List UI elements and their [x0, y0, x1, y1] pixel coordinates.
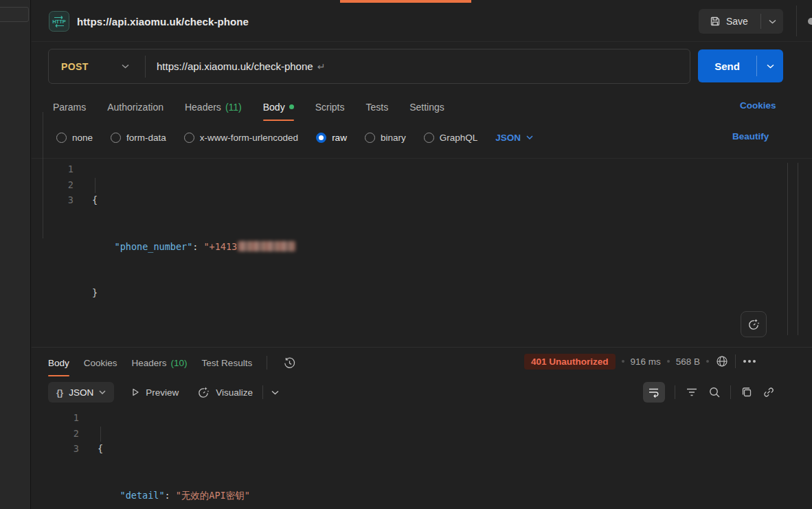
active-request-tab-indicator [340, 0, 471, 3]
tab-headers[interactable]: Headers (11) [185, 95, 242, 120]
body-mode-binary[interactable]: binary [365, 133, 406, 143]
divider [32, 347, 812, 348]
search-icon [708, 386, 721, 398]
postbot-button[interactable] [741, 311, 767, 337]
history-clock-icon [283, 357, 296, 370]
code-line: "phone_number":"+1413 [92, 239, 295, 255]
body-mode-row: none form-data x-www-form-urlencoded raw… [56, 129, 533, 146]
link-button[interactable] [763, 386, 775, 398]
body-mode-graphql[interactable]: GraphQL [424, 133, 478, 143]
response-format-selector[interactable]: {} JSON [48, 382, 114, 403]
divider [262, 385, 263, 399]
editor-scrollbar[interactable] [787, 163, 788, 335]
chevron-down-icon [99, 390, 106, 394]
divider [32, 41, 812, 42]
http-request-icon: HTTP [49, 11, 69, 32]
response-size[interactable]: 568 B [676, 357, 700, 367]
response-tab-test-results[interactable]: Test Results [202, 350, 253, 375]
response-right-toolbar [643, 382, 775, 403]
tab-tests[interactable]: Tests [365, 95, 388, 120]
tab-body[interactable]: Body [263, 95, 294, 120]
send-button-label: Send [698, 60, 756, 72]
tab-authorization[interactable]: Authorization [107, 95, 163, 120]
json-key: "detail" [120, 490, 165, 501]
globe-icon [715, 354, 729, 368]
preview-play-icon [131, 387, 140, 397]
tab-scripts[interactable]: Scripts [315, 95, 345, 120]
divider [675, 385, 675, 399]
link-icon [763, 386, 775, 398]
url-input[interactable]: https://api.xiaomu.uk/check-phone ↵ [146, 49, 690, 83]
code-line: { [92, 192, 295, 208]
request-tabs: Params Authorization Headers (11) Body S… [53, 95, 444, 120]
json-value: "无效的API密钥" [176, 490, 250, 501]
divider [32, 158, 812, 159]
method-selector[interactable]: POST [49, 49, 145, 83]
save-button[interactable]: Save [699, 9, 783, 34]
body-mode-raw[interactable]: raw [316, 133, 347, 143]
copy-icon [741, 386, 753, 398]
app-window: HTTP https://api.xiaomu.uk/check-phone S… [0, 0, 812, 509]
save-options-chevron-icon[interactable] [761, 9, 783, 34]
radio-selected-icon [316, 133, 326, 143]
response-tab-body[interactable]: Body [48, 350, 69, 375]
response-tab-cookies[interactable]: Cookies [84, 350, 117, 375]
radio-icon [184, 133, 194, 143]
divider [796, 5, 797, 36]
collapsed-sidebar-stub[interactable] [0, 7, 29, 22]
tab-settings[interactable]: Settings [409, 95, 444, 120]
body-modified-dot-icon [289, 104, 294, 109]
response-status-row: 401 Unauthorized 916 ms 568 B [524, 352, 756, 371]
status-code-badge[interactable]: 401 Unauthorized [524, 354, 616, 370]
body-mode-none[interactable]: none [56, 133, 93, 143]
body-mode-urlencoded[interactable]: x-www-form-urlencoded [184, 133, 298, 143]
response-view-options-chevron-icon[interactable] [271, 390, 279, 395]
chevron-down-icon [526, 135, 533, 139]
divider [735, 354, 736, 368]
wrap-text-button[interactable] [643, 382, 665, 403]
search-button[interactable] [708, 386, 721, 398]
json-value: "+1413 [203, 241, 237, 252]
radio-icon [424, 133, 434, 143]
code-line: { [98, 441, 250, 457]
body-language-selector[interactable]: JSON [495, 133, 533, 143]
request-title: https://api.xiaomu.uk/check-phone [77, 16, 249, 27]
panel-scrollbar[interactable] [43, 112, 43, 238]
divider [730, 385, 731, 399]
more-options-icon[interactable] [743, 360, 756, 363]
response-toolbar: {} JSON Preview Visualize [48, 382, 279, 403]
return-key-icon: ↵ [317, 61, 326, 72]
response-time[interactable]: 916 ms [631, 357, 661, 367]
network-info-button[interactable] [715, 354, 729, 368]
dot-separator [667, 360, 670, 363]
code-line: "detail":"无效的API密钥" [98, 488, 250, 504]
radio-icon [111, 133, 121, 143]
preview-button[interactable]: Preview [131, 387, 179, 398]
filter-button[interactable] [685, 387, 699, 398]
copy-button[interactable] [741, 386, 753, 398]
response-tab-headers[interactable]: Headers (10) [132, 350, 188, 375]
beautify-link[interactable]: Beautify [732, 131, 769, 142]
response-body-code[interactable]: { "detail":"无效的API密钥" } [98, 410, 250, 509]
save-icon [710, 16, 721, 27]
response-history-button[interactable] [283, 357, 296, 370]
editor-scrollbar[interactable] [798, 163, 798, 335]
json-key: "phone_number" [115, 241, 193, 252]
body-mode-form-data[interactable]: form-data [111, 133, 166, 143]
request-body-code[interactable]: { "phone_number":"+1413 } [92, 161, 295, 332]
cookies-link[interactable]: Cookies [740, 100, 776, 111]
method-label: POST [61, 61, 89, 72]
headers-count-badge: (11) [225, 102, 242, 113]
response-tabs: Body Cookies Headers (10) Test Results [48, 350, 296, 375]
filter-icon [685, 387, 699, 398]
send-options-chevron-icon[interactable] [757, 49, 783, 82]
tab-params[interactable]: Params [53, 95, 86, 120]
radio-icon [56, 133, 67, 143]
postbot-sparkle-icon [747, 317, 760, 331]
redacted-phone-number [238, 241, 295, 251]
visualize-button[interactable]: Visualize [196, 385, 253, 399]
left-sidebar [0, 0, 31, 509]
send-button[interactable]: Send [698, 49, 783, 82]
code-line: } [92, 285, 295, 301]
right-panel-icon [808, 18, 812, 25]
